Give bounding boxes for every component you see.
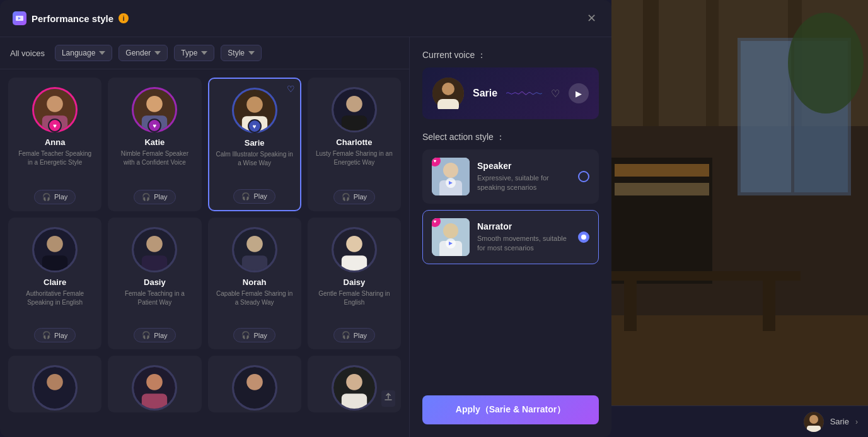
play-btn-anna[interactable]: 🎧Play xyxy=(34,190,76,204)
voice-grid: ♥ Anna Female Teacher Speaking in a Ener… xyxy=(0,69,409,437)
voice-card-anna[interactable]: ♥ Anna Female Teacher Speaking in a Ener… xyxy=(8,78,101,211)
svg-point-7 xyxy=(147,96,163,112)
voice-desc-katie: Nimble Female Speaker with a Confident V… xyxy=(115,149,194,185)
current-voice-play-btn[interactable]: ▶ xyxy=(569,83,589,103)
play-btn-daisy[interactable]: 🎧Play xyxy=(333,328,375,342)
style-card-narrator[interactable]: ♥ Narrator Smooth movements, suitable fo… xyxy=(422,210,599,264)
bottom-name: Sarie xyxy=(830,417,849,426)
voice-card-row3-2[interactable] xyxy=(108,356,201,412)
svg-rect-68 xyxy=(611,271,801,281)
svg-point-63 xyxy=(788,13,864,114)
avatar-container-charlotte xyxy=(332,87,377,132)
svg-rect-17 xyxy=(342,115,367,131)
style-desc-narrator: Smooth movements, suitable for most scen… xyxy=(477,234,570,253)
radio-inner-narrator xyxy=(581,235,586,240)
svg-point-50 xyxy=(443,223,458,238)
all-voices-label: All voices xyxy=(10,49,45,58)
voice-list-panel: All voices Language Gender Type Style xyxy=(0,37,410,437)
voice-name-claire: Claire xyxy=(43,277,66,287)
svg-point-15 xyxy=(346,96,362,112)
play-btn-dasiy[interactable]: 🎧Play xyxy=(134,328,175,342)
right-background: Sarie › xyxy=(611,0,868,437)
svg-point-39 xyxy=(346,374,362,390)
upload-icon[interactable] xyxy=(381,390,395,407)
play-btn-sarie[interactable]: 🎧Play xyxy=(233,189,275,204)
voice-desc-dasiy: Female Teaching in a Patient Way xyxy=(115,289,194,323)
bottom-bar: Sarie › xyxy=(611,405,868,437)
modal-icon xyxy=(13,11,26,25)
play-btn-charlotte[interactable]: 🎧Play xyxy=(333,190,375,204)
style-filter[interactable]: Style xyxy=(221,45,262,61)
action-style-section: Select action style ： ♥ xyxy=(422,132,599,271)
gender-filter[interactable]: Gender xyxy=(119,45,168,61)
avatar-circle-daisy xyxy=(332,227,377,272)
info-icon: i xyxy=(119,13,129,23)
svg-point-34 xyxy=(147,374,163,390)
voice-card-row3-3[interactable] xyxy=(208,356,301,412)
avatar-circle-norah xyxy=(232,227,277,272)
like-badge-katie: ♥ xyxy=(148,119,161,132)
radio-speaker[interactable] xyxy=(578,171,589,182)
svg-point-11 xyxy=(246,96,263,113)
svg-point-26 xyxy=(246,236,263,252)
avatar-row3-2 xyxy=(132,365,177,411)
svg-rect-27 xyxy=(241,255,267,271)
close-button[interactable]: ✕ xyxy=(584,9,599,28)
svg-point-37 xyxy=(246,374,263,390)
svg-rect-21 xyxy=(42,255,67,271)
voice-card-claire[interactable]: Claire Authoritative Female Speaking in … xyxy=(8,218,101,350)
play-btn-katie[interactable]: 🎧Play xyxy=(134,190,175,204)
play-btn-claire[interactable]: 🎧Play xyxy=(34,328,76,342)
avatar-circle-claire xyxy=(32,227,78,272)
svg-rect-43 xyxy=(437,99,459,109)
voice-card-row3-1[interactable] xyxy=(8,356,101,412)
style-card-speaker[interactable]: ♥ Speaker Expressive, suitable for speak… xyxy=(422,149,599,204)
voice-card-daisy[interactable]: Daisy Gentle Female Sharing in English 🎧… xyxy=(308,218,401,350)
apply-button[interactable]: Apply（Sarie & Narrator） xyxy=(422,395,599,424)
type-filter[interactable]: Type xyxy=(174,45,214,61)
avatar-circle-row3-2 xyxy=(132,365,177,411)
voice-card-katie[interactable]: ♥ Katie Nimble Female Speaker with a Con… xyxy=(108,78,201,211)
bg-image xyxy=(611,0,868,437)
svg-point-72 xyxy=(809,415,818,424)
style-name-speaker: Speaker xyxy=(477,161,570,171)
avatar-row3-3 xyxy=(232,365,277,411)
avatar-circle-row3-1 xyxy=(32,365,78,411)
avatar-container-katie: ♥ xyxy=(132,87,177,132)
action-panel: Current voice ： Sarie xyxy=(410,37,611,437)
voice-card-dasiy[interactable]: Dasiy Female Teaching in a Patient Way 🎧… xyxy=(108,218,201,350)
voice-card-norah[interactable]: Norah Capable Female Sharing in a Steady… xyxy=(208,218,301,350)
svg-rect-67 xyxy=(611,315,868,405)
language-filter[interactable]: Language xyxy=(55,45,112,61)
voice-desc-daisy: Gentle Female Sharing in English xyxy=(315,289,394,323)
radio-narrator[interactable] xyxy=(578,231,589,243)
avatar-container-claire xyxy=(32,227,78,272)
style-info-narrator: Narrator Smooth movements, suitable for … xyxy=(477,221,570,253)
current-voice-like-btn[interactable]: ♡ xyxy=(551,88,560,100)
avatar-circle-row3-4 xyxy=(332,365,377,411)
svg-rect-61 xyxy=(741,41,791,192)
voice-card-row3-4[interactable] xyxy=(308,356,401,412)
style-desc-speaker: Expressive, suitable for speaking scenar… xyxy=(477,173,570,193)
svg-rect-65 xyxy=(615,164,709,177)
favorite-btn-sarie[interactable]: ♡ xyxy=(287,84,295,94)
voice-desc-anna: Female Teacher Speaking in a Energetic S… xyxy=(15,149,95,185)
avatar-circle-charlotte xyxy=(332,87,377,132)
like-badge-anna: ♥ xyxy=(48,119,62,132)
voice-card-sarie[interactable]: ♡ ♥ xyxy=(208,78,301,211)
avatar-circle-dasiy xyxy=(132,227,177,272)
svg-rect-30 xyxy=(342,255,367,271)
play-btn-norah[interactable]: 🎧Play xyxy=(233,328,275,342)
svg-point-42 xyxy=(442,83,454,95)
svg-point-45 xyxy=(443,163,458,178)
voice-card-charlotte[interactable]: Charlotte Lusty Female Sharing in an Ene… xyxy=(308,78,401,211)
voice-name-daisy: Daisy xyxy=(344,277,366,287)
performance-style-modal: Performance style i ✕ All voices Languag… xyxy=(0,0,611,437)
svg-point-23 xyxy=(147,236,163,252)
svg-rect-69 xyxy=(624,281,637,331)
current-voice-name: Sarie xyxy=(473,88,497,99)
modal-header: Performance style i ✕ xyxy=(0,0,611,37)
avatar-row3-4 xyxy=(332,365,377,411)
svg-point-3 xyxy=(47,96,63,112)
bottom-arrow: › xyxy=(855,417,858,426)
